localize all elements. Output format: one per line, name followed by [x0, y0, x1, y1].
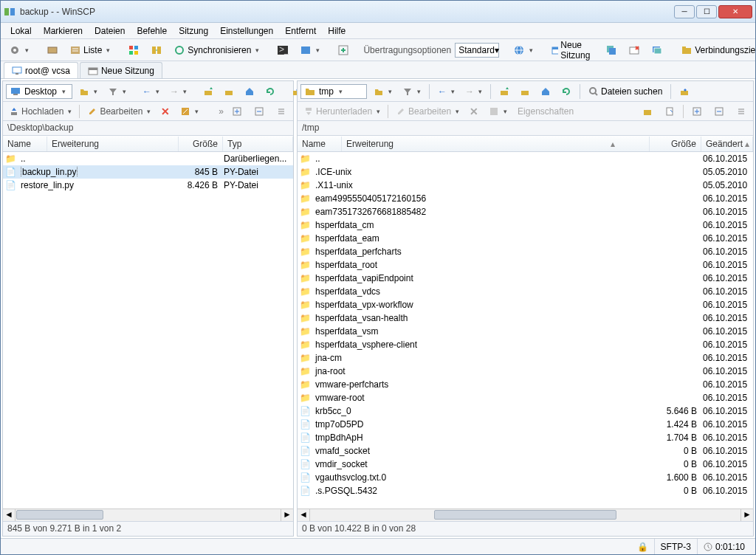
folder-row[interactable]: 📁hsperfdata_vsm06.10.2015: [298, 325, 753, 338]
file-row[interactable]: 📄vmafd_socket0 B06.10.2015: [298, 444, 753, 458]
local-hscroll[interactable]: ◄►: [3, 509, 293, 521]
local-list-toggle[interactable]: [272, 103, 290, 120]
folder-row[interactable]: 📁vmware-perfcharts06.10.2015: [298, 378, 753, 391]
folder-row[interactable]: 📁eam735173267668188548206.10.2015: [298, 205, 753, 218]
remote-back-button[interactable]: ←: [434, 83, 458, 100]
remote-props-button[interactable]: Eigenschaften: [515, 106, 577, 117]
local-minus-button[interactable]: [250, 103, 268, 120]
local-list-header[interactable]: Name Erweiterung Größe Typ: [3, 136, 293, 152]
folder-row[interactable]: 📁hsperfdata_vdcs06.10.2015: [298, 285, 753, 298]
folder-row[interactable]: 📁eam499555040517216015606.10.2015: [298, 192, 753, 205]
menu-sitzung[interactable]: Sitzung: [173, 24, 213, 38]
download-button[interactable]: Herunterladen: [300, 106, 383, 117]
folder-row[interactable]: 📁jna-cm06.10.2015: [298, 351, 753, 365]
terminal-button[interactable]: [296, 42, 323, 58]
remote-home-button[interactable]: [537, 83, 554, 100]
remote-minus-button[interactable]: [710, 103, 728, 120]
expand-icon[interactable]: »: [219, 106, 224, 117]
local-refresh-button[interactable]: [261, 83, 279, 100]
dup-session-button[interactable]: [602, 42, 621, 58]
file-row[interactable]: 📄tmpBdhApH1.704 B06.10.2015: [298, 431, 753, 444]
file-row[interactable]: 📄restore_lin.py8.426 BPY-Datei: [3, 179, 293, 192]
remote-newfolder-button[interactable]: [639, 103, 656, 120]
folder-row[interactable]: 📁vmware-root06.10.2015: [298, 391, 753, 404]
folder-row[interactable]: 📁hsperfdata_vsphere-client06.10.2015: [298, 338, 753, 351]
remote-root-button[interactable]: [516, 83, 534, 100]
maximize-button[interactable]: ☐: [696, 5, 717, 18]
menu-lokal[interactable]: Lokal: [5, 24, 37, 38]
folder-row[interactable]: 📁hsperfdata_eam06.10.2015: [298, 232, 753, 245]
menu-einstellungen[interactable]: Einstellungen: [215, 24, 278, 38]
file-row[interactable]: 📄tmp7oD5PD1.424 B06.10.2015: [298, 418, 753, 431]
local-props-button[interactable]: [177, 106, 202, 117]
remote-rename-button[interactable]: [486, 106, 510, 117]
local-filter-button[interactable]: [104, 83, 130, 100]
queue-button[interactable]: [334, 42, 353, 58]
menu-markieren[interactable]: Markieren: [38, 24, 88, 38]
menu-dateien[interactable]: Dateien: [89, 24, 130, 38]
folder-row[interactable]: 📁hsperfdata_perfcharts06.10.2015: [298, 245, 753, 258]
file-row[interactable]: 📄vgauthsvclog.txt.01.600 B06.10.2015: [298, 471, 753, 484]
remote-file-list[interactable]: 📁 .. 06.10.2015 📁.ICE-unix05.05.2010📁.X1…: [298, 152, 753, 509]
remote-delete-button[interactable]: ✕: [467, 105, 481, 118]
remote-hscroll[interactable]: ◄►: [298, 509, 753, 521]
folder-row[interactable]: 📁.X11-unix05.05.2010: [298, 179, 753, 192]
parent-dir-row[interactable]: 📁 .. Darüberliegen...: [3, 152, 293, 165]
menu-hilfe[interactable]: Hilfe: [323, 24, 351, 38]
remote-edit-button[interactable]: Bearbeiten: [393, 106, 462, 117]
remote-list-toggle[interactable]: [732, 103, 750, 120]
local-edit-button[interactable]: Bearbeiten: [84, 106, 154, 117]
folder-row[interactable]: 📁hsperfdata_vpx-workflow06.10.2015: [298, 298, 753, 311]
verbindungsziele-button[interactable]: Verbindungsziele: [677, 42, 756, 58]
sessions-list-button[interactable]: [647, 42, 667, 58]
remote-filter-button[interactable]: [399, 83, 425, 100]
globe-button[interactable]: [509, 42, 537, 58]
remote-up-button[interactable]: [495, 83, 513, 100]
file-row[interactable]: 📄backup_lin.py845 BPY-Datei: [3, 165, 293, 179]
local-plus-button[interactable]: [228, 103, 246, 120]
upload-button[interactable]: Hochladen: [6, 106, 75, 117]
remote-open-button[interactable]: [370, 83, 396, 100]
remote-newlink-button[interactable]: [661, 103, 678, 120]
tab-new-session[interactable]: Neue Sitzung: [80, 62, 162, 78]
gear-button[interactable]: [5, 42, 32, 58]
folder-row[interactable]: 📁hsperfdata_cm06.10.2015: [298, 218, 753, 232]
local-root-button[interactable]: [220, 83, 238, 100]
remote-list-header[interactable]: Name Erweiterung▴ Größe Geändert ▴: [298, 136, 753, 152]
remote-bookmark-button[interactable]: [676, 83, 693, 100]
menu-befehle[interactable]: Befehle: [131, 24, 172, 38]
sync-button[interactable]: Synchronisieren: [170, 42, 263, 58]
file-row[interactable]: 📄vmdir_socket0 B06.10.2015: [298, 458, 753, 471]
parent-dir-row[interactable]: 📁 .. 06.10.2015: [298, 152, 753, 165]
folder-row[interactable]: 📁hsperfdata_vsan-health06.10.2015: [298, 311, 753, 325]
folder-row[interactable]: 📁jna-root06.10.2015: [298, 365, 753, 378]
folder-row[interactable]: 📁hsperfdata_root06.10.2015: [298, 258, 753, 272]
liste-button[interactable]: Liste: [66, 42, 114, 58]
local-home-button[interactable]: [241, 83, 258, 100]
tab-session[interactable]: root@ vcsa: [4, 62, 78, 78]
compare-button[interactable]: [147, 42, 166, 58]
minimize-button[interactable]: ─: [674, 5, 695, 18]
file-row[interactable]: 📄.s.PGSQL.54320 B06.10.2015: [298, 484, 753, 497]
local-open-button[interactable]: [75, 83, 101, 100]
remote-find-button[interactable]: Dateien suchen: [585, 83, 666, 100]
folder-row[interactable]: 📁hsperfdata_vapiEndpoint06.10.2015: [298, 272, 753, 285]
close-session-button[interactable]: [625, 42, 644, 58]
local-delete-button[interactable]: ✕: [158, 105, 173, 118]
folder-row[interactable]: 📁.ICE-unix05.05.2010: [298, 165, 753, 179]
local-file-list[interactable]: 📁 .. Darüberliegen... 📄backup_lin.py845 …: [3, 152, 293, 509]
remote-refresh-button[interactable]: [557, 83, 575, 100]
local-up-button[interactable]: [199, 83, 217, 100]
remote-plus-button[interactable]: [688, 103, 706, 120]
local-back-button[interactable]: ←: [139, 83, 163, 100]
transfer-preset-select[interactable]: Standard▾: [455, 43, 499, 58]
neue-sitzung-button[interactable]: Neue Sitzung: [547, 42, 598, 58]
select-all-button[interactable]: [124, 42, 143, 58]
file-row[interactable]: 📄krb5cc_05.646 B06.10.2015: [298, 404, 753, 418]
session-button[interactable]: [43, 42, 62, 58]
menu-entfernt[interactable]: Entfernt: [280, 24, 321, 38]
remote-drive-select[interactable]: tmp: [300, 84, 367, 99]
remote-fwd-button[interactable]: →: [461, 83, 486, 100]
local-drive-select[interactable]: Desktop: [6, 84, 72, 99]
close-button[interactable]: ✕: [718, 5, 752, 18]
